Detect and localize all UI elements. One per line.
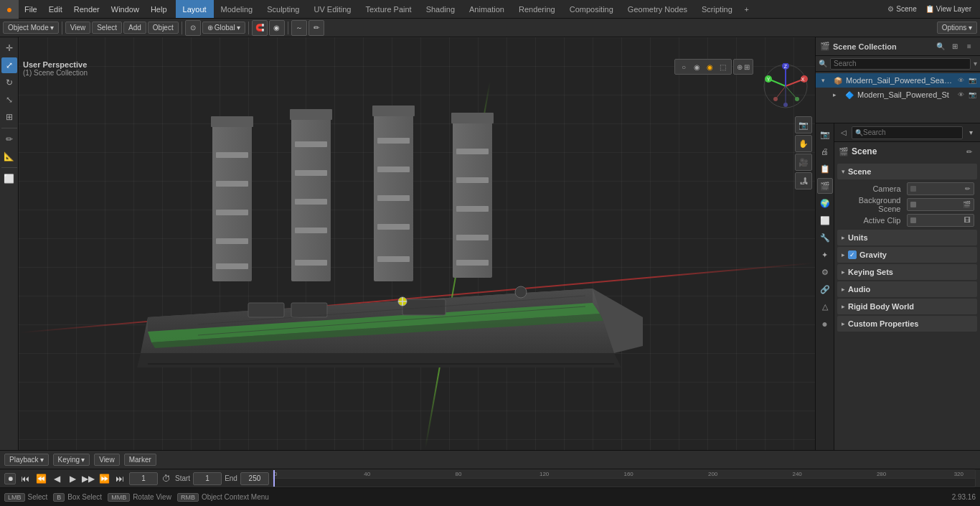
gizmos-btn[interactable]: ⊞ (744, 63, 750, 71)
tab-modeling[interactable]: Modeling (214, 0, 260, 18)
menu-edit[interactable]: Edit (43, 0, 68, 18)
menu-window[interactable]: Window (105, 0, 145, 18)
prop-tab-material[interactable]: ● (817, 316, 833, 332)
skip-end-btn[interactable]: ⏭ (113, 472, 126, 485)
item-render-icon-2[interactable]: 📷 (967, 90, 977, 100)
transform-orientation[interactable]: ⊕ Global ▾ (202, 22, 245, 34)
menu-file[interactable]: File (19, 0, 43, 18)
outliner-item-1[interactable]: ▾ 📦 Modern_Sail_Powered_Sea_V 👁 📷 (816, 73, 980, 88)
prop-tab-object[interactable]: ⬜ (817, 212, 833, 228)
rigid-body-header[interactable]: ▸ Rigid Body World (837, 299, 977, 314)
properties-search-input[interactable] (863, 128, 959, 136)
item-visibility-icon-2[interactable]: 👁 (956, 90, 966, 100)
tab-texture-paint[interactable]: Texture Paint (358, 0, 418, 18)
menu-render[interactable]: Render (68, 0, 105, 18)
scene-options-btn[interactable]: ✏ (963, 145, 976, 158)
tab-animation[interactable]: Animation (462, 0, 512, 18)
prev-frame-btn[interactable]: ◀ (50, 472, 63, 485)
tab-compositing[interactable]: Compositing (562, 0, 621, 18)
transform-pivot[interactable]: ⊙ (185, 20, 201, 36)
play-btn[interactable]: ▶ (66, 472, 79, 485)
overlays-btn[interactable]: ⊕ (737, 63, 743, 71)
annotation-tool[interactable]: ✏ (308, 20, 324, 36)
select-menu[interactable]: Select (92, 22, 122, 34)
background-scene-value[interactable]: 🎬 (907, 198, 975, 211)
item-render-icon-1[interactable]: 📷 (967, 75, 977, 85)
tab-scripting[interactable]: Scripting (694, 0, 740, 18)
outliner-search-input[interactable] (830, 58, 971, 70)
prop-tab-physics[interactable]: ⚙ (817, 264, 833, 280)
annotate-tool[interactable]: ✏ (1, 131, 17, 147)
prop-tab-output[interactable]: 🖨 (817, 144, 833, 159)
record-btn[interactable]: ⏺ (4, 473, 16, 484)
units-section-header[interactable]: ▸ Units (837, 230, 977, 245)
wireframe-mode-btn[interactable]: ⬚ (717, 61, 728, 72)
render-mode-btn[interactable]: ○ (678, 61, 689, 72)
prop-tab-world[interactable]: 🌍 (817, 195, 833, 211)
object-menu[interactable]: Object (148, 22, 179, 34)
tab-geometry-nodes[interactable]: Geometry Nodes (621, 0, 694, 18)
add-cube-tool[interactable]: ⬜ (1, 171, 17, 187)
keying-sets-header[interactable]: ▸ Keying Sets (837, 264, 977, 280)
camera-value[interactable]: ✏ (907, 182, 975, 195)
end-frame-input[interactable]: 250 (240, 472, 269, 485)
item-visibility-icon-1[interactable]: 👁 (956, 75, 966, 85)
options-button[interactable]: Options ▾ (937, 22, 977, 34)
scale-tool[interactable]: ⤡ (1, 92, 17, 108)
skip-start-btn[interactable]: ⏮ (19, 472, 32, 485)
prop-tab-constraints[interactable]: 🔗 (817, 281, 833, 297)
outliner-sort-btn[interactable]: ≡ (963, 40, 976, 53)
tab-sculpting[interactable]: Sculpting (260, 0, 306, 18)
gravity-section-header[interactable]: ▸ ✓ Gravity (837, 247, 977, 263)
material-mode-btn[interactable]: ◉ (704, 61, 715, 72)
tab-uv-editing[interactable]: UV Editing (306, 0, 358, 18)
custom-props-header[interactable]: ▸ Custom Properties (837, 316, 977, 332)
add-menu[interactable]: Add (123, 22, 146, 34)
object-mode-selector[interactable]: Object Mode ▾ (3, 22, 59, 34)
view-menu-timeline[interactable]: View (94, 454, 120, 466)
outliner-add-btn[interactable]: ⊞ (948, 40, 961, 53)
tab-shading[interactable]: Shading (419, 0, 462, 18)
scene-section-header[interactable]: ▾ Scene (837, 164, 977, 179)
solid-mode-btn[interactable]: ◉ (691, 61, 702, 72)
prev-key-btn[interactable]: ⏪ (34, 472, 47, 485)
transform-tool[interactable]: ⊞ (1, 109, 17, 125)
view-menu[interactable]: View (65, 22, 91, 34)
gravity-checkbox[interactable]: ✓ (848, 250, 857, 259)
prop-tab-render[interactable]: 📷 (817, 126, 833, 142)
add-workspace-button[interactable]: + (740, 2, 754, 17)
prop-tab-modifier[interactable]: 🔧 (817, 230, 833, 245)
next-key-btn[interactable]: ⏩ (98, 472, 110, 485)
next-frame-btn[interactable]: ▶▶ (82, 472, 95, 485)
prop-tab-view-layer[interactable]: 📋 (817, 161, 833, 177)
rotate-tool[interactable]: ↻ (1, 75, 17, 90)
tab-rendering[interactable]: Rendering (512, 0, 562, 18)
playback-menu[interactable]: Playback ▾ (4, 454, 49, 466)
snap-toggle[interactable]: 🧲 (252, 20, 268, 36)
viewport[interactable]: User Perspective (1) Scene Collection X … (19, 37, 815, 450)
outliner-filter-icon[interactable]: ▾ (974, 60, 977, 67)
cursor-tool[interactable]: ✛ (1, 40, 17, 56)
camera-persp-btn[interactable]: 🎥 (795, 154, 812, 171)
prop-tab-scene[interactable]: 🎬 (817, 178, 833, 194)
measure-tool[interactable]: 📐 (1, 149, 17, 164)
start-frame-input[interactable]: 1 (193, 472, 222, 485)
marker-menu[interactable]: Marker (124, 454, 156, 466)
graph-icon[interactable]: ～ (291, 20, 307, 36)
move-tool[interactable]: ⤢ (1, 57, 17, 73)
outliner-filter-btn[interactable]: 🔍 (934, 40, 947, 53)
props-nav-back[interactable]: ◁ (837, 126, 850, 139)
proportional-edit[interactable]: ◉ (269, 20, 285, 36)
menu-help[interactable]: Help (145, 0, 173, 18)
active-clip-value[interactable]: 🎞 (907, 214, 975, 227)
properties-filter-btn[interactable]: ▾ (964, 126, 977, 139)
camera-view-btn[interactable]: 📷 (795, 116, 812, 133)
scene-display-btn[interactable]: 🏞 (795, 172, 812, 189)
hand-tool-btn[interactable]: ✋ (795, 135, 812, 152)
keying-menu[interactable]: Keying ▾ (53, 454, 90, 466)
outliner-item-2[interactable]: ▸ 🔷 Modern_Sail_Powered_St 👁 📷 (816, 88, 980, 102)
timeline-ruler[interactable]: 0 40 80 120 160 200 240 280 320 (272, 469, 976, 487)
tab-layout[interactable]: Layout (176, 0, 214, 18)
prop-tab-particles[interactable]: ✦ (817, 247, 833, 263)
current-frame-input[interactable]: 1 (129, 472, 158, 485)
